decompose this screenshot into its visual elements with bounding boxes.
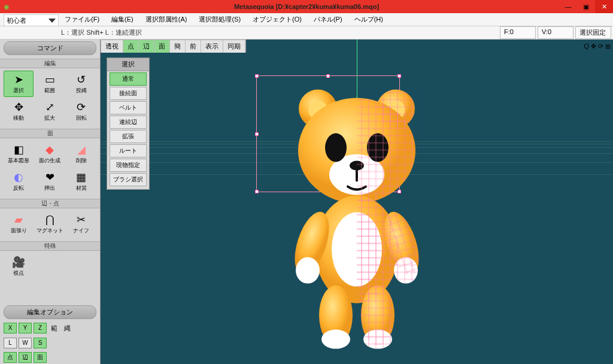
tool-select[interactable]: ➤選択 (4, 71, 34, 97)
sel-item-root[interactable]: ルート (110, 144, 147, 157)
scale-icon: ⤢ (42, 101, 57, 114)
svg-point-12 (296, 257, 320, 283)
tool-range[interactable]: ▭範囲 (35, 71, 65, 97)
opt-l[interactable]: L (4, 338, 17, 348)
menu-bar: ファイル(F) 編集(E) 選択部属性(A) 選択部処理(S) オブジェクト(O… (0, 13, 613, 26)
mode-dropdown[interactable]: 初心者 (4, 14, 59, 26)
tool-extrude[interactable]: ❤押出 (35, 168, 65, 195)
axis-z[interactable]: Z (34, 323, 47, 333)
viewport-3d[interactable]: 透視 点 辺 面 簡 前 表示 同期 Q ✥ ⟳ ⊞ 選択 通常 接続面 ベルト… (101, 40, 613, 364)
fit-icon[interactable]: ⊞ (605, 43, 611, 50)
window-title: Metasequoia [D:¥capter2¥kuma¥kuma06.mqo] (234, 3, 379, 10)
model-bear (261, 63, 453, 351)
svg-point-26 (363, 329, 392, 348)
section-special: 特殊 (0, 241, 100, 251)
command-panel: コマンド 編集 ➤選択 ▭範囲 ↺投縄 ✥移動 ⤢拡大 ⟳回転 面 ◧基本図形 … (0, 40, 101, 364)
knife-icon: ✂ (74, 213, 89, 226)
tool-facefill[interactable]: ▰面張り (4, 211, 34, 237)
cursor-icon: ➤ (11, 73, 26, 86)
opt-rope[interactable]: 縄 (62, 323, 73, 334)
vtab-edge[interactable]: 辺 (139, 40, 154, 53)
tool-material[interactable]: ▦材質 (66, 168, 96, 195)
tool-rope[interactable]: ↺投縄 (66, 71, 96, 97)
vtab-persp[interactable]: 透視 (101, 40, 123, 53)
opt-w[interactable]: W (19, 338, 32, 348)
disp-face[interactable]: 面 (34, 352, 47, 363)
camera-icon: 🎥 (11, 256, 26, 269)
menu-help[interactable]: ヘルプ(H) (348, 15, 389, 24)
pan-icon[interactable]: ✥ (591, 43, 596, 50)
tool-scale[interactable]: ⤢拡大 (35, 98, 65, 125)
sel-item-contedge[interactable]: 連続辺 (110, 116, 147, 129)
lasso-icon: ↺ (74, 73, 89, 86)
magnet-icon: ⋂ (42, 213, 57, 226)
disp-point[interactable]: 点 (4, 352, 17, 363)
minimize-button[interactable]: — (559, 0, 577, 13)
tool-flip[interactable]: ◐反転 (4, 168, 34, 195)
status-v: V:0 (538, 26, 573, 39)
status-f: F:0 (500, 26, 536, 39)
axis-x[interactable]: X (4, 323, 17, 333)
title-bar: ◉ Metasequoia [D:¥capter2¥kuma¥kuma06.mq… (0, 0, 613, 13)
flip-icon: ◐ (11, 171, 26, 184)
fill-icon: ▰ (11, 213, 26, 226)
mode-label: 初心者 (7, 16, 26, 25)
sel-item-actual[interactable]: 現物指定 (110, 159, 147, 172)
selection-panel-title: 選択 (107, 58, 149, 71)
maximize-button[interactable]: ▣ (577, 0, 595, 13)
tool-magnet[interactable]: ⋂マグネット (35, 211, 65, 237)
sel-item-normal[interactable]: 通常 (110, 72, 147, 86)
svg-point-27 (377, 89, 415, 128)
tool-facegen[interactable]: ◆面の生成 (35, 141, 65, 167)
opt-range[interactable]: 範 (48, 323, 60, 334)
tool-delete[interactable]: ◢削除 (66, 141, 96, 167)
viewport-toolbar: 透視 点 辺 面 簡 前 表示 同期 (101, 40, 246, 53)
status-bar: L：選択 Shift+ L：連続選択 F:0 V:0 選択固定 ◯ metase… (0, 26, 613, 40)
close-button[interactable]: ✕ (595, 0, 613, 13)
status-fix[interactable]: 選択固定 (575, 26, 611, 39)
vtab-sync[interactable]: 同期 (223, 40, 245, 53)
tool-move[interactable]: ✥移動 (4, 98, 34, 125)
material-icon: ▦ (74, 171, 89, 184)
menu-edit[interactable]: 編集(E) (105, 15, 139, 24)
extrude-icon: ❤ (42, 171, 57, 184)
rotate-icon: ⟳ (74, 101, 89, 114)
sel-item-expand[interactable]: 拡張 (110, 130, 147, 143)
selection-panel: 選択 通常 接続面 ベルト 連続辺 拡張 ルート 現物指定 ブラシ選択 (107, 57, 150, 190)
svg-point-6 (325, 133, 347, 162)
tool-primitive[interactable]: ◧基本図形 (4, 141, 34, 167)
section-edge: 辺・点 (0, 199, 100, 208)
move-icon: ✥ (11, 101, 26, 114)
vtab-face[interactable]: 面 (154, 40, 170, 53)
disp-edge[interactable]: 辺 (19, 352, 32, 363)
sel-item-belt[interactable]: ベルト (110, 101, 147, 114)
menu-file[interactable]: ファイル(F) (59, 15, 105, 24)
app-icon: ◉ (0, 3, 13, 11)
vtab-display[interactable]: 表示 (201, 40, 223, 53)
status-hint: L：選択 Shift+ L：連続選択 (0, 28, 142, 37)
svg-point-24 (394, 257, 418, 283)
tool-view[interactable]: 🎥視点 (4, 253, 34, 280)
sel-item-brush[interactable]: ブラシ選択 (110, 173, 147, 186)
sel-item-connected[interactable]: 接続面 (110, 87, 147, 100)
zoom-icon[interactable]: Q (584, 43, 589, 50)
menu-object[interactable]: オブジェクト(O) (247, 15, 308, 24)
viewport-nav-icons: Q ✥ ⟳ ⊞ (584, 40, 611, 53)
orbit-icon[interactable]: ⟳ (598, 43, 603, 50)
menu-proc[interactable]: 選択部処理(S) (193, 15, 247, 24)
svg-point-17 (321, 329, 350, 348)
vtab-point[interactable]: 点 (123, 40, 139, 53)
erase-icon: ◢ (74, 143, 89, 156)
vtab-simple[interactable]: 簡 (170, 40, 186, 53)
menu-panel[interactable]: パネル(P) (308, 15, 348, 24)
opt-s[interactable]: S (34, 338, 47, 348)
command-title: コマンド (4, 41, 96, 55)
axis-y[interactable]: Y (19, 323, 32, 333)
vtab-front[interactable]: 前 (186, 40, 201, 53)
face-icon: ◆ (42, 143, 57, 156)
tool-knife[interactable]: ✂ナイフ (66, 211, 96, 237)
menu-attr[interactable]: 選択部属性(A) (139, 15, 193, 24)
shapes-icon: ◧ (11, 143, 26, 156)
tool-rotate[interactable]: ⟳回転 (66, 98, 96, 125)
chevron-down-icon (48, 19, 56, 23)
